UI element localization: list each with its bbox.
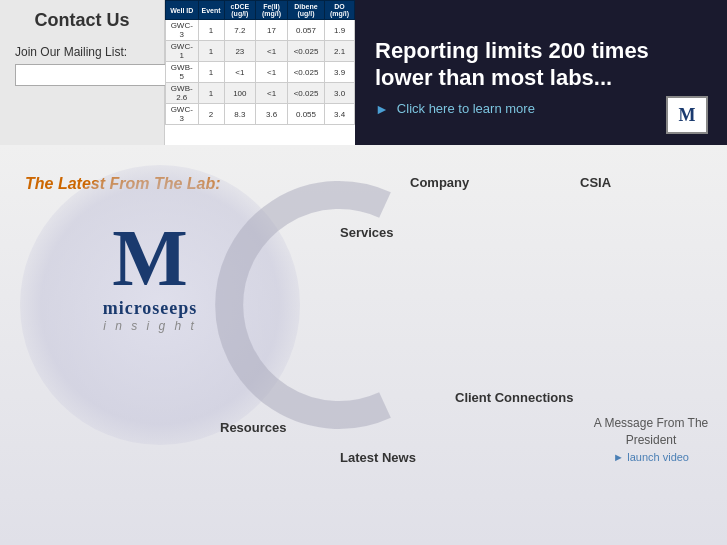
ad-learn-more-link[interactable]: Click here to learn more — [397, 101, 535, 116]
col-cdce: cDCE (ug/l) — [224, 1, 256, 20]
ad-title: Reporting limits 200 times lower than mo… — [375, 38, 707, 91]
nav-client-connections[interactable]: Client Connections — [455, 390, 573, 405]
nav-services[interactable]: Services — [340, 225, 394, 240]
table-cell: 0.055 — [287, 104, 324, 125]
table-cell: 1 — [198, 20, 224, 41]
president-title: A Message From The President — [575, 415, 727, 449]
table-cell: 3.6 — [256, 104, 288, 125]
launch-video-row: ► launch video — [575, 449, 727, 466]
ad-arrow-icon: ► — [375, 101, 389, 117]
microseeps-small-logo: M — [666, 96, 708, 134]
col-event: Event — [198, 1, 224, 20]
insight-tagline: i n s i g h t — [103, 319, 197, 333]
nav-company[interactable]: Company — [410, 175, 469, 190]
table-cell: 8.3 — [224, 104, 256, 125]
nav-latest-news[interactable]: Latest News — [340, 450, 416, 465]
table-cell: GWC-3 — [166, 104, 199, 125]
table-row: GWC-317.2170.0571.9 — [166, 20, 355, 41]
table-cell: <0.025 — [287, 41, 324, 62]
microseeps-logo: M microseeps i n s i g h t — [50, 195, 250, 355]
col-do: DO (mg/l) — [325, 1, 355, 20]
table-cell: 2.1 — [325, 41, 355, 62]
table-cell: <1 — [256, 62, 288, 83]
ad-logo: M — [662, 95, 712, 135]
nav-csia[interactable]: CSIA — [580, 175, 611, 190]
table-cell: <1 — [256, 83, 288, 104]
col-well-id: Well ID — [166, 1, 199, 20]
table-cell: 1 — [198, 62, 224, 83]
launch-video-link[interactable]: launch video — [627, 451, 689, 463]
table-cell: 17 — [256, 20, 288, 41]
table-cell: GWB-2.6 — [166, 83, 199, 104]
main-content: The Latest From The Lab: M microseeps i … — [0, 145, 727, 545]
ad-link-row: ► Click here to learn more — [375, 101, 707, 117]
table-cell: GWB-5 — [166, 62, 199, 83]
table-row: GWB-2.61100<1<0.0253.0 — [166, 83, 355, 104]
table-row: GWB-51<1<1<0.0253.9 — [166, 62, 355, 83]
table-cell: 1 — [198, 83, 224, 104]
table-cell: <1 — [224, 62, 256, 83]
ad-panel: Reporting limits 200 times lower than mo… — [355, 0, 727, 145]
top-banner: Contact Us Join Our Mailing List: GO Wel… — [0, 0, 727, 145]
table-cell: 7.2 — [224, 20, 256, 41]
big-m-letter: M — [112, 218, 188, 298]
table-row: GWC-1123<1<0.0252.1 — [166, 41, 355, 62]
mailing-input[interactable] — [15, 64, 175, 86]
col-feii: Fe(II) (mg/l) — [256, 1, 288, 20]
table-cell: 3.4 — [325, 104, 355, 125]
table-cell: <0.025 — [287, 83, 324, 104]
table-cell: <0.025 — [287, 62, 324, 83]
col-dibene: Dibene (ug/l) — [287, 1, 324, 20]
mailing-list-label: Join Our Mailing List: — [15, 45, 149, 59]
launch-arrow-icon: ► — [613, 451, 624, 463]
table-cell: <1 — [256, 41, 288, 62]
table-cell: GWC-1 — [166, 41, 199, 62]
table-cell: 3.9 — [325, 62, 355, 83]
table-row: GWC-328.33.60.0553.4 — [166, 104, 355, 125]
mailing-form: GO — [15, 64, 149, 86]
president-box: A Message From The President ► launch vi… — [575, 415, 727, 465]
table-cell: 0.057 — [287, 20, 324, 41]
table-cell: 1 — [198, 41, 224, 62]
table-cell: 1.9 — [325, 20, 355, 41]
sidebar: Contact Us Join Our Mailing List: GO — [0, 0, 165, 145]
table-cell: 2 — [198, 104, 224, 125]
data-table: Well ID Event cDCE (ug/l) Fe(II) (mg/l) … — [165, 0, 355, 125]
table-cell: GWC-3 — [166, 20, 199, 41]
table-cell: 100 — [224, 83, 256, 104]
nav-resources[interactable]: Resources — [220, 420, 286, 435]
table-cell: 23 — [224, 41, 256, 62]
table-cell: 3.0 — [325, 83, 355, 104]
data-table-panel: Well ID Event cDCE (ug/l) Fe(II) (mg/l) … — [165, 0, 355, 145]
contact-us-title: Contact Us — [15, 10, 149, 31]
microseeps-name: microseeps — [103, 298, 198, 319]
